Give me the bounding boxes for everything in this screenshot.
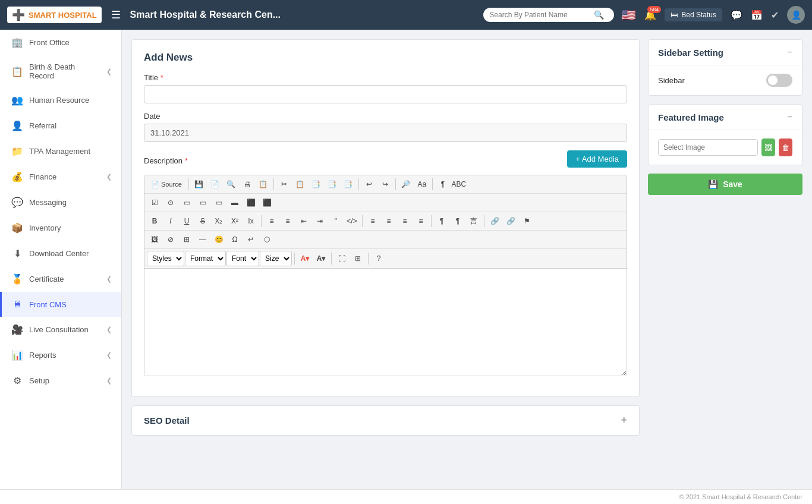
search-input[interactable] [489, 11, 590, 19]
save-toolbar-button[interactable]: 💾 [191, 177, 207, 191]
indent-button[interactable]: ⇥ [312, 214, 328, 228]
sidebar-item-tpa-management[interactable]: 📁 TPA Management [0, 138, 121, 164]
hamburger-menu[interactable]: ☰ [111, 8, 121, 21]
sidebar-setting-toggle[interactable]: − [787, 47, 792, 58]
sidebar-item-download-center[interactable]: ⬇ Download Center [0, 241, 121, 266]
paste-button[interactable]: 📑 [309, 177, 324, 191]
styles-select[interactable]: Styles [147, 251, 184, 266]
sidebar-item-reports[interactable]: 📊 Reports ❮ [0, 342, 121, 368]
delete-image-button[interactable]: 🗑 [779, 138, 792, 156]
sidebar-item-front-office[interactable]: 🏢 Front Office [0, 30, 121, 55]
italic-button[interactable]: I [163, 214, 178, 228]
special-chars-button[interactable]: Ω [227, 232, 243, 247]
button-button[interactable]: ▬ [227, 196, 243, 210]
show-blocks-button[interactable]: ¶ [435, 177, 451, 191]
bg-color-button[interactable]: A▾ [313, 251, 329, 266]
title-input[interactable] [144, 85, 627, 103]
emoji-button[interactable]: 😊 [211, 232, 226, 247]
spellcheck-button[interactable]: ABC [451, 177, 467, 191]
code-button[interactable]: </> [344, 214, 360, 228]
ul-button[interactable]: ≡ [280, 214, 295, 228]
sidebar-item-inventory[interactable]: 📦 Inventory [0, 215, 121, 241]
iframe-button[interactable]: ⬡ [259, 232, 275, 247]
sidebar-item-human-resource[interactable]: 👥 Human Resource [0, 87, 121, 113]
pagebreak-button[interactable]: ↵ [243, 232, 259, 247]
select-image-input[interactable] [658, 139, 758, 156]
textfield-button[interactable]: ▭ [179, 196, 194, 210]
date-input[interactable] [144, 124, 627, 142]
checkbox-button[interactable]: ☑ [147, 196, 162, 210]
logo[interactable]: ➕ SMART HOSPITAL [7, 7, 102, 23]
unlink-button[interactable]: 🔗 [503, 214, 518, 228]
underline-button[interactable]: U [179, 214, 194, 228]
table-button[interactable]: ⊞ [179, 232, 194, 247]
subscript-button[interactable]: X₂ [211, 214, 226, 228]
remove-format-button[interactable]: Ix [243, 214, 259, 228]
save-button[interactable]: 💾 Save [648, 174, 802, 195]
add-media-button[interactable]: + Add Media [567, 150, 627, 168]
blockquote-button[interactable]: " [328, 214, 344, 228]
sidebar-item-setup[interactable]: ⚙ Setup ❮ [0, 368, 121, 393]
select-button[interactable]: ▭ [211, 196, 226, 210]
calendar-icon[interactable]: 📅 [751, 10, 763, 21]
undo-button[interactable]: ↩ [361, 177, 377, 191]
align-left-button[interactable]: ≡ [365, 214, 380, 228]
print-button[interactable]: 🖨 [240, 177, 255, 191]
seo-header[interactable]: SEO Detail + [132, 406, 639, 435]
bed-status-button[interactable]: 🛏 Bed Status [665, 8, 722, 21]
whatsapp-icon[interactable]: 💬 [731, 10, 742, 21]
hr-button[interactable]: — [195, 232, 210, 247]
link-button[interactable]: 🔗 [487, 214, 502, 228]
rtl-button[interactable]: ¶ [450, 214, 465, 228]
align-right-button[interactable]: ≡ [397, 214, 413, 228]
notification-icon[interactable]: 🔔 584 [644, 10, 656, 21]
paste-word-button[interactable]: 📑 [341, 177, 356, 191]
embed-button[interactable]: ⊘ [163, 232, 178, 247]
format-select[interactable]: Format [185, 251, 226, 266]
font-select[interactable]: Font [226, 251, 259, 266]
sidebar-item-front-cms[interactable]: 🖥 Front CMS [0, 292, 121, 317]
lang-button[interactable]: 言 [466, 214, 481, 228]
textarea-button[interactable]: ▭ [195, 196, 210, 210]
find-button[interactable]: 🔎 [398, 177, 414, 191]
source-button[interactable]: 📄 Source [147, 177, 186, 191]
sidebar-item-certificate[interactable]: 🏅 Certificate ❮ [0, 266, 121, 292]
sidebar-item-finance[interactable]: 💰 Finance ❮ [0, 164, 121, 190]
upload-image-button[interactable]: 🖼 [761, 138, 775, 156]
seo-toggle-icon[interactable]: + [621, 414, 627, 427]
sidebar-item-referral[interactable]: 👤 Referral [0, 113, 121, 138]
sidebar-item-live-consultation[interactable]: 🎥 Live Consultation ❮ [0, 317, 121, 342]
paste-text-button[interactable]: 📑 [325, 177, 340, 191]
superscript-button[interactable]: X² [227, 214, 243, 228]
bold-button[interactable]: B [147, 214, 162, 228]
template-button[interactable]: 📋 [256, 177, 271, 191]
flag-icon[interactable]: 🇺🇸 [621, 8, 636, 22]
radio-button[interactable]: ⊙ [163, 196, 178, 210]
avatar[interactable]: 👤 [787, 6, 805, 24]
size-select[interactable]: Size [260, 251, 292, 266]
editor-body[interactable] [144, 269, 627, 376]
img-button2[interactable]: ⬛ [243, 196, 259, 210]
font-color-button[interactable]: A▾ [297, 251, 313, 266]
preview-button[interactable]: 🔍 [224, 177, 239, 191]
fullscreen-button[interactable]: ⛶ [334, 251, 350, 266]
new-page-button[interactable]: 📄 [207, 177, 223, 191]
copy-button[interactable]: 📋 [292, 177, 308, 191]
flash-button[interactable]: ⬛ [259, 196, 275, 210]
help-button[interactable]: ? [371, 251, 386, 266]
outdent-button[interactable]: ⇤ [296, 214, 311, 228]
image-button[interactable]: 🖼 [147, 232, 162, 247]
redo-button[interactable]: ↪ [377, 177, 393, 191]
align-center-button[interactable]: ≡ [381, 214, 396, 228]
align-justify-button[interactable]: ≡ [413, 214, 429, 228]
ltr-button[interactable]: ¶ [434, 214, 449, 228]
cut-button[interactable]: ✂ [276, 177, 292, 191]
find-replace-button[interactable]: Aa [414, 177, 430, 191]
sidebar-item-birth-death[interactable]: 📋 Birth & Death Record ❮ [0, 55, 121, 87]
tasks-icon[interactable]: ✔ [771, 10, 779, 21]
show-source-button[interactable]: ⊞ [350, 251, 366, 266]
anchor-button[interactable]: ⚑ [519, 214, 534, 228]
featured-image-toggle[interactable]: − [787, 112, 792, 122]
sidebar-toggle[interactable] [766, 74, 792, 87]
sidebar-item-messaging[interactable]: 💬 Messaging [0, 190, 121, 215]
